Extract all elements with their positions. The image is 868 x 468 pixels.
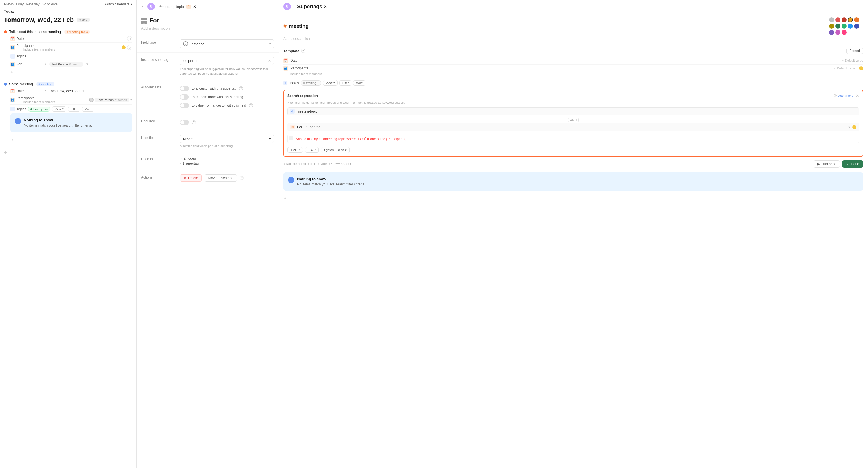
view-btn-2[interactable]: View ▾: [52, 106, 67, 112]
swatch-red-light[interactable]: [835, 18, 840, 23]
topics-template-section: ○ Topics Waiting... View ▾ Filter More: [283, 77, 863, 202]
add-field-1[interactable]: +: [10, 68, 132, 76]
date-icon: 📅: [10, 36, 15, 41]
template-header: Template ? Extend: [283, 48, 863, 54]
swatch-blue[interactable]: [848, 24, 853, 29]
used-supertag-btn[interactable]: › 1 supertag: [180, 161, 199, 166]
query-footer: (Tag:meeting-topic) AND (For==?????) ▶ R…: [283, 159, 863, 170]
add-or-btn[interactable]: + OR: [305, 147, 319, 153]
swatch-orange[interactable]: [848, 18, 853, 23]
add-participants-btn[interactable]: ○: [127, 45, 132, 50]
search-expr-header: Search expression ⓘ Learn more ✕: [287, 94, 859, 98]
task-2-fields: 📅 Date • Tomorrow, Wed, 22 Feb 👥 Partici…: [4, 87, 132, 144]
add-item-right[interactable]: ○: [283, 193, 863, 201]
filter-btn-right[interactable]: Filter: [339, 80, 351, 86]
template-date-icon: 📅: [283, 58, 288, 63]
previous-day-btn[interactable]: Previous day: [4, 2, 24, 6]
instance-icon: ⊙: [183, 41, 188, 46]
field-type-select[interactable]: ⊙ Instance ▾: [180, 39, 274, 48]
add-task-btn[interactable]: +: [4, 149, 132, 157]
extend-btn[interactable]: Extend: [846, 48, 863, 54]
close-expr-btn[interactable]: ✕: [856, 94, 859, 98]
topics-icon-1: ○: [10, 54, 15, 59]
left-panel-content: Talk about this in some meeting # meetin…: [0, 27, 136, 468]
task-1-tag[interactable]: # meeting-topic: [64, 30, 90, 34]
template-section: Template ? Extend 📅 Date ○ Default value…: [279, 45, 868, 205]
waiting-dot: [303, 82, 305, 84]
live-query-badge[interactable]: Live query: [28, 107, 50, 112]
help-icon-required[interactable]: ?: [192, 120, 196, 124]
switch-calendars-btn[interactable]: Switch calendars ▾: [103, 2, 132, 6]
add-date-btn[interactable]: ○: [127, 36, 132, 41]
delete-btn[interactable]: 🗑 Delete: [180, 174, 202, 182]
auto-init-row-2: to random node with this supertag: [180, 93, 274, 101]
add-field-2[interactable]: ○: [10, 136, 132, 144]
filter-btn-2[interactable]: Filter: [68, 107, 80, 112]
swatch-purple[interactable]: [829, 30, 834, 35]
run-once-btn[interactable]: ▶ Run once: [814, 160, 840, 168]
supertags-title: Supertags: [297, 4, 322, 10]
participants-hint: include team members: [283, 72, 863, 77]
learn-more-btn[interactable]: ⓘ Learn more: [834, 94, 854, 98]
swatch-red-dark[interactable]: [841, 18, 847, 23]
mid-panel: ← U › #meeting-topic # ✕ For Add a descr…: [136, 0, 279, 468]
help-icon-template[interactable]: ?: [301, 49, 305, 53]
auto-init-toggle-2[interactable]: [180, 94, 189, 100]
supertag-select[interactable]: ⊙ person ✕: [180, 57, 274, 65]
used-nodes-btn[interactable]: ○ 2 nodes: [180, 156, 199, 161]
close-btn-mid[interactable]: ✕: [193, 5, 196, 9]
play-icon: ▶: [817, 162, 820, 166]
topics-label-right: Topics: [289, 81, 299, 85]
task-group-1: Talk about this in some meeting # meetin…: [4, 29, 132, 76]
meeting-name: # meeting: [283, 23, 309, 30]
swatch-yellow[interactable]: [829, 24, 834, 29]
swatch-green-dark[interactable]: [835, 24, 840, 29]
mid-header: ← U › #meeting-topic # ✕: [136, 0, 279, 13]
description-hint-mid[interactable]: Add a description: [136, 26, 279, 35]
task-2-tag[interactable]: # meeting: [36, 82, 54, 86]
swatch-hotpink[interactable]: [841, 30, 847, 35]
swatch-indigo[interactable]: [854, 24, 859, 29]
help-icon-actions[interactable]: ?: [240, 176, 244, 180]
auto-init-toggle-1[interactable]: [180, 86, 189, 91]
go-to-date-btn[interactable]: Go to date: [42, 2, 58, 6]
view-btn-right[interactable]: View ▾: [323, 80, 338, 86]
swatch-gray[interactable]: [829, 18, 834, 23]
swatch-orange2[interactable]: [854, 18, 859, 23]
date-icon-2: 📅: [10, 89, 15, 93]
required-toggle[interactable]: [180, 120, 189, 125]
participants-icon-2: 👥: [10, 98, 15, 102]
help-icon-3[interactable]: ?: [249, 103, 253, 107]
field-for-1[interactable]: 👥 For • Test Person # person ▾: [10, 60, 132, 68]
task-1-main[interactable]: Talk about this in some meeting # meetin…: [4, 29, 132, 35]
swatch-green[interactable]: [841, 24, 847, 29]
page-title-row: Tomorrow, Wed, 22 Feb # day: [0, 15, 136, 27]
meeting-desc[interactable]: Add a description: [283, 37, 863, 41]
for-arrow-1[interactable]: ▾: [86, 62, 88, 66]
avatar-mid: U: [147, 3, 155, 10]
field-date-2: 📅 Date • Tomorrow, Wed, 22 Feb: [10, 87, 132, 95]
day-tag: # day: [76, 18, 90, 22]
next-day-btn[interactable]: Next day: [26, 2, 39, 6]
topics-search-icon: ○: [283, 81, 287, 85]
done-btn[interactable]: ✓ Done: [842, 160, 863, 168]
date-default-btn[interactable]: ○ Default value: [842, 59, 863, 62]
chevron-down-icon: ▾: [269, 42, 271, 46]
participants-default-btn[interactable]: ○ Default value: [834, 67, 855, 70]
system-fields-btn[interactable]: System Fields ▾: [321, 147, 350, 153]
swatch-pink[interactable]: [835, 30, 840, 35]
supertag-clear-btn[interactable]: ✕: [268, 59, 271, 63]
left-nav: Previous day Next day Go to date Switch …: [0, 0, 136, 8]
more-btn-right[interactable]: More: [353, 80, 365, 86]
back-btn-mid[interactable]: ←: [141, 4, 146, 9]
move-to-schema-btn[interactable]: Move to schema: [205, 174, 237, 182]
auto-init-toggle-3[interactable]: [180, 103, 189, 108]
more-btn-2[interactable]: More: [82, 107, 94, 112]
add-and-btn[interactable]: + AND: [287, 147, 303, 153]
task-2-main[interactable]: Some meeting # meeting: [4, 81, 132, 87]
close-btn-right[interactable]: ✕: [324, 5, 327, 9]
hide-field-select[interactable]: Never ▾: [180, 135, 274, 143]
breadcrumb-meeting-topic[interactable]: #meeting-topic: [159, 5, 184, 9]
participants-arrow-2[interactable]: ▾: [130, 98, 132, 102]
help-icon-1[interactable]: ?: [239, 87, 243, 91]
